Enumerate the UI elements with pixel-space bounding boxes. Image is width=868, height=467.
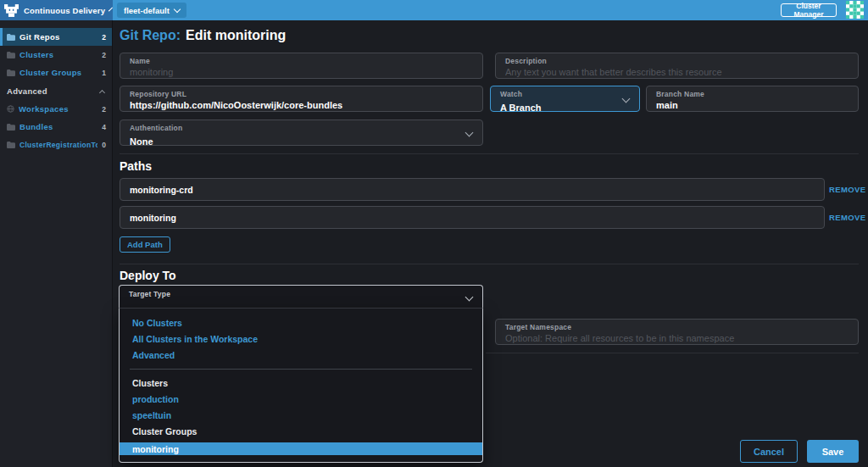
sidebar-group-label: Advanced [7,86,100,96]
globe-icon [7,105,14,113]
watch-select[interactable]: Watch A Branch [490,86,640,112]
description-input[interactable] [505,66,849,78]
chevron-down-icon [108,7,113,11]
user-avatar-icon[interactable] [846,1,864,19]
sidebar-item-count: 0 [102,141,106,149]
sidebar-item-bundles[interactable]: Bundles 4 [0,118,112,136]
description-field: Description [495,53,859,79]
path-input[interactable] [130,185,815,195]
sidebar-item-label: Git Repos [19,32,97,42]
deploy-to-heading: Deploy To [120,269,176,282]
dropdown-option-production[interactable]: production [120,391,482,407]
sidebar-item-workspaces[interactable]: Workspaces 2 [0,100,112,118]
sidebar-group-advanced[interactable]: Advanced [0,82,112,100]
page-title: Git Repo:Edit monitoring [120,28,286,43]
sidebar-item-cluster-registration-tokens[interactable]: ClusterRegistrationTokens 0 [0,136,112,153]
target-type-label: Target Type [129,290,473,299]
dropdown-option-speeltuin[interactable]: speeltuin [120,407,482,423]
branch-name-field: Branch Name [646,86,859,112]
sidebar-item-clusters[interactable]: Clusters 2 [0,46,112,64]
section-divider [486,353,859,353]
product-label: Continuous Delivery [24,6,105,15]
folder-icon [7,34,15,41]
sidebar-item-label: Bundles [19,122,97,131]
folder-icon [7,52,15,58]
target-namespace-field: Target Namespace [495,319,859,345]
sidebar: Git Repos 2 Clusters 2 Cluster Groups 1 … [0,20,113,467]
dropdown-group-cluster-groups: Cluster Groups [120,423,482,439]
sidebar-item-count: 2 [102,51,106,59]
path-row [120,206,825,229]
repository-url-field: Repository URL [120,86,483,112]
path-input[interactable] [130,213,815,223]
dropdown-group-clusters: Clusters [120,375,482,391]
sidebar-item-label: Clusters [19,50,97,59]
folder-icon [7,142,15,148]
repository-url-label: Repository URL [130,90,473,99]
dropdown-option-no-clusters[interactable]: No Clusters [120,314,482,331]
remove-path-button[interactable]: REMOVE [829,185,866,194]
name-label: Name [130,57,473,66]
authentication-select[interactable]: Authentication None [120,120,483,146]
dropdown-option-advanced[interactable]: Advanced [120,347,482,363]
workspace-selector-label: fleet-default [124,6,170,15]
page-title-prefix: Git Repo: [120,28,181,42]
watch-label: Watch [500,90,630,99]
folder-icon [7,69,15,76]
branch-name-input[interactable] [656,99,849,111]
chevron-down-icon [174,5,181,12]
branch-name-label: Branch Name [656,90,849,99]
workspace-selector[interactable]: fleet-default [117,3,186,18]
name-field: Name [120,53,483,79]
target-type-select[interactable]: Target Type [119,285,483,308]
sidebar-item-label: Cluster Groups [19,68,97,77]
watch-value: A Branch [500,103,542,113]
paths-heading: Paths [120,159,152,173]
authentication-label: Authentication [130,124,473,133]
sidebar-item-count: 1 [102,69,106,77]
page-title-name: Edit monitoring [186,28,286,42]
product-menu[interactable]: Continuous Delivery [0,0,113,20]
description-label: Description [505,57,849,66]
cluster-manager-button[interactable]: Cluster Manager [781,3,837,17]
authentication-value: None [130,136,153,147]
section-divider [120,153,859,154]
sidebar-item-count: 2 [102,33,106,42]
sidebar-item-label: ClusterRegistrationTokens [19,141,97,149]
rancher-logo-icon [4,4,19,17]
sidebar-item-label: Workspaces [19,104,97,114]
section-divider [120,264,859,264]
sidebar-item-count: 2 [102,105,106,114]
name-input[interactable] [130,66,473,78]
target-type-dropdown: No Clusters All Clusters in the Workspac… [119,308,483,463]
folder-icon [7,124,15,131]
path-row [120,178,825,201]
target-namespace-label: Target Namespace [505,323,849,332]
sidebar-item-git-repos[interactable]: Git Repos 2 [0,28,112,46]
add-path-button[interactable]: Add Path [120,236,170,253]
dropdown-option-monitoring[interactable]: monitoring [120,442,482,455]
target-namespace-input[interactable] [505,332,849,344]
sidebar-item-count: 4 [102,123,106,131]
cluster-manager-label: Cluster Manager [782,2,836,19]
chevron-up-icon [99,89,105,95]
top-bar: Continuous Delivery fleet-default Cluste… [0,0,868,20]
repository-url-input[interactable] [130,99,473,111]
sidebar-item-cluster-groups[interactable]: Cluster Groups 1 [0,64,112,81]
remove-path-button[interactable]: REMOVE [829,213,866,222]
cancel-button[interactable]: Cancel [740,440,798,463]
dropdown-option-all-clusters[interactable]: All Clusters in the Workspace [120,331,482,347]
save-button[interactable]: Save [807,440,859,463]
dropdown-divider [130,369,472,370]
